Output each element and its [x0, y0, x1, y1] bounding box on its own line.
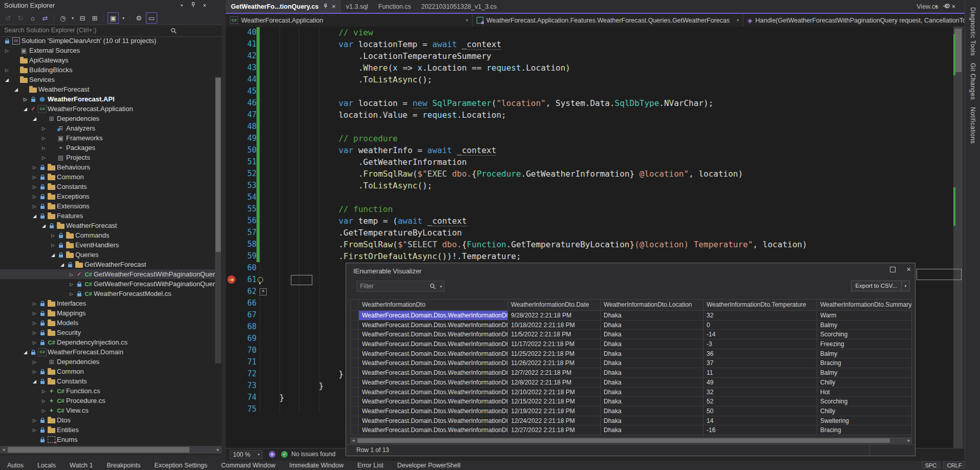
tree-item-view-cs[interactable]: ▷+C#View.cs [0, 405, 215, 415]
tree-item-extensions[interactable]: ▷Extensions [0, 201, 215, 211]
fold-expand-icon[interactable]: + [260, 288, 267, 295]
code-line-45[interactable]: 45 [226, 86, 953, 97]
tree-item-interfaces[interactable]: ▷Interfaces [0, 298, 215, 308]
table-row[interactable]: WeatherForecast.Domain.Dtos.WeatherInfor… [351, 311, 911, 321]
code-line-51[interactable]: 51.GetWeatherInformation [226, 156, 953, 168]
expander-icon[interactable]: ▷ [31, 165, 38, 170]
table-cell[interactable]: WeatherForecast.Domain.Dtos.WeatherInfor… [359, 321, 508, 330]
data-grid[interactable]: WeatherInformationDtoWeatherInformationD… [350, 299, 912, 435]
expander-icon[interactable]: ▷ [40, 155, 48, 160]
panel-tab-immediate-window[interactable]: Immediate Window [289, 462, 344, 469]
table-cell[interactable]: 0 [704, 321, 817, 330]
tree-item-weatherforecast-application[interactable]: ◢✓C#WeatherForecast.Application [0, 104, 215, 114]
glyph-margin[interactable] [226, 27, 237, 38]
code-line-55[interactable]: 55// function [226, 203, 953, 215]
collapse-all-icon[interactable]: ⊟ [77, 13, 88, 23]
panel-tab-autos[interactable]: Autos [7, 462, 24, 469]
table-cell[interactable]: Dhaka [601, 349, 704, 358]
tree-item-constants[interactable]: ◢Constants [0, 376, 215, 386]
filter-dropdown-icon[interactable]: ▾ [70, 13, 75, 23]
glyph-margin[interactable] [226, 403, 237, 415]
table-cell[interactable]: 12/7/2022 2:21:18 PM [508, 368, 601, 377]
tree-item-getweatherforecast[interactable]: ◢GetWeatherForecast [0, 260, 215, 269]
code-line-49[interactable]: 49// procedure [226, 133, 953, 144]
table-cell[interactable]: 12/15/2022 2:21:18 PM [508, 397, 601, 406]
tree-item-analyzers[interactable]: ▷☰Analyzers [0, 123, 215, 133]
table-cell[interactable]: Freezing [817, 339, 912, 349]
expander-icon[interactable]: ◢ [22, 350, 29, 355]
window-menu-icon[interactable]: ▾ [181, 0, 183, 11]
search-input[interactable]: Search Solution Explorer (Ctrl+;) [4, 27, 96, 34]
tab-function-cs[interactable]: Function.cs [373, 0, 416, 13]
expander-icon[interactable]: ▷ [31, 301, 38, 306]
tree-item-weatherforecastmodel-cs[interactable]: ▷C#WeatherForecastModel.cs [0, 289, 215, 298]
gear-icon[interactable]: ⚙ [945, 2, 951, 11]
breadcrumb-segment-1[interactable]: C#WeatherForecast.Application▾ [226, 14, 473, 27]
code-line-43[interactable]: 43.Where(x => x.Location == request.Loca… [226, 62, 953, 74]
code-line-56[interactable]: 56var temp = (await _context [226, 215, 953, 227]
tree-item-security[interactable]: ▷Security [0, 328, 215, 337]
document-health-icon[interactable] [269, 451, 275, 458]
side-tab-notifications[interactable]: Notifications [969, 107, 976, 144]
table-cell[interactable]: WeatherForecast.Domain.Dtos.WeatherInfor… [359, 378, 508, 387]
close-icon[interactable]: × [203, 0, 206, 11]
table-row[interactable]: WeatherForecast.Domain.Dtos.WeatherInfor… [351, 358, 911, 368]
table-row[interactable]: WeatherForecast.Domain.Dtos.WeatherInfor… [351, 416, 911, 426]
tree-item-dependencies[interactable]: ◢⊞Dependencies [0, 114, 215, 123]
scrollbar-thumb[interactable] [954, 29, 962, 72]
expander-icon[interactable]: ◢ [49, 252, 57, 258]
expander-icon[interactable]: ▷ [31, 418, 38, 423]
expander-icon[interactable]: ▷ [31, 321, 38, 326]
code-line-58[interactable]: 58.FromSqlRaw($"SELECT dbo.{Function.Get… [226, 239, 953, 250]
close-icon[interactable]: × [907, 265, 911, 273]
panel-tab-developer-powershell[interactable]: Developer PowerShell [397, 462, 461, 469]
table-row[interactable]: WeatherForecast.Domain.Dtos.WeatherInfor… [351, 321, 911, 330]
table-cell[interactable]: Dhaka [601, 378, 704, 387]
glyph-margin[interactable] [226, 227, 237, 239]
tree-item-mappings[interactable]: ▷Mappings [0, 308, 215, 318]
tree-item-buildingblocks[interactable]: ▷BuildingBlocks [0, 65, 215, 75]
home-icon[interactable]: ⌂ [28, 13, 38, 23]
glyph-margin[interactable] [226, 144, 237, 156]
table-cell[interactable]: Dhaka [601, 425, 704, 435]
glyph-margin[interactable] [226, 109, 237, 121]
table-cell[interactable]: WeatherForecast.Domain.Dtos.WeatherInfor… [359, 407, 508, 416]
table-row[interactable]: WeatherForecast.Domain.Dtos.WeatherInfor… [351, 368, 911, 378]
table-cell[interactable]: Chilly [817, 407, 912, 416]
close-icon[interactable]: × [332, 3, 336, 10]
tab-v1-3-sql[interactable]: v1.3.sql [341, 0, 373, 13]
table-cell[interactable]: Dhaka [601, 388, 704, 397]
glyph-margin[interactable] [226, 62, 237, 74]
table-row[interactable]: WeatherForecast.Domain.Dtos.WeatherInfor… [351, 349, 911, 359]
table-cell[interactable]: WeatherForecast.Domain.Dtos.WeatherInfor… [359, 425, 508, 435]
tree-item-queries[interactable]: ◢Queries [0, 250, 215, 260]
column-header[interactable]: WeatherInformationDto.Temperature [704, 300, 817, 310]
glyph-margin[interactable] [226, 38, 237, 50]
expander-icon[interactable]: ▷ [49, 243, 57, 248]
table-cell[interactable]: Dhaka [601, 311, 704, 320]
expander-icon[interactable]: ▷ [31, 204, 38, 209]
glyph-margin[interactable] [226, 50, 237, 62]
scrollbar-thumb[interactable] [8, 447, 189, 453]
expander-icon[interactable]: ▷ [3, 48, 11, 53]
expander-icon[interactable]: ▷ [31, 428, 38, 433]
code-line-53[interactable]: 53.ToListAsync(); [226, 180, 953, 191]
expander-icon[interactable]: ▷ [40, 126, 48, 131]
glyph-margin[interactable] [226, 168, 237, 180]
expander-icon[interactable]: ▷ [31, 194, 38, 199]
glyph-margin[interactable] [226, 345, 237, 356]
expander-icon[interactable]: ▷ [40, 136, 48, 141]
table-cell[interactable]: 49 [704, 378, 817, 387]
show-all-dropdown-icon[interactable]: ▾ [121, 13, 126, 23]
expander-icon[interactable]: ▷ [40, 408, 48, 413]
table-cell[interactable]: WeatherForecast.Domain.Dtos.WeatherInfor… [359, 311, 508, 320]
table-cell[interactable]: Warm [817, 311, 912, 320]
filter-input[interactable]: Filter ▾ [356, 281, 444, 292]
tree-item-common[interactable]: ▷Common [0, 172, 215, 182]
tree-item-behaviours[interactable]: ▷Behaviours [0, 162, 215, 172]
side-tab-diagnostic-tools[interactable]: Diagnostic Tools [969, 7, 976, 56]
tree-item-function-cs[interactable]: ▷+C#Function.cs [0, 386, 215, 396]
export-dropdown-icon[interactable]: ▾ [901, 281, 909, 291]
expander-icon[interactable]: ▷ [31, 369, 38, 374]
code-line-54[interactable]: 54 [226, 191, 953, 203]
